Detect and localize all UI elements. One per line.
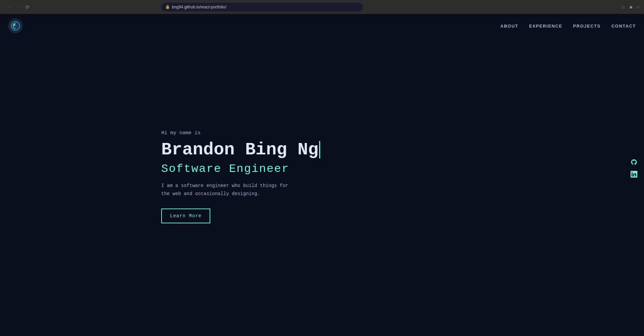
svg-point-1 <box>13 24 15 26</box>
hero-title: Software Engineer <box>161 162 320 175</box>
browser-chrome: ← → ⟳ 🔒 bng94.github.io/react-portfolio/… <box>0 0 644 14</box>
hero-greeting: Hi my name is <box>161 130 320 136</box>
extensions-icon[interactable]: ■ <box>629 4 633 10</box>
forward-button[interactable]: → <box>15 3 23 11</box>
hero-section: Hi my name is Brandon Bing Ng Software E… <box>0 14 644 336</box>
hero-content: Hi my name is Brandon Bing Ng Software E… <box>0 130 320 244</box>
nav-links: ABOUT EXPERIENCE PROJECTS CONTACT <box>500 24 636 29</box>
hero-name: Brandon Bing Ng <box>161 140 320 160</box>
browser-nav-arrows: ← → ⟳ <box>5 3 31 11</box>
github-icon <box>631 159 637 165</box>
lock-icon: 🔒 <box>165 5 170 9</box>
portfolio-page: ABOUT EXPERIENCE PROJECTS CONTACT Hi my … <box>0 14 644 336</box>
linkedin-icon <box>631 171 637 178</box>
social-sidebar <box>631 159 637 178</box>
bookmark-icon[interactable]: ☆ <box>620 4 626 10</box>
url-text: bng94.github.io/react-portfolio/ <box>172 5 226 9</box>
reload-button[interactable]: ⟳ <box>24 4 31 10</box>
profile-icon[interactable]: ○ <box>636 4 640 10</box>
github-link[interactable] <box>631 159 637 165</box>
nav-about[interactable]: ABOUT <box>500 24 518 29</box>
logo[interactable] <box>8 18 23 33</box>
hero-description: I am a software engineer who build thing… <box>161 182 296 198</box>
nav-experience[interactable]: EXPERIENCE <box>529 24 562 29</box>
nav-projects[interactable]: PROJECTS <box>573 24 601 29</box>
nav-contact[interactable]: CONTACT <box>611 24 636 29</box>
svg-point-0 <box>11 22 20 30</box>
address-bar[interactable]: 🔒 bng94.github.io/react-portfolio/ <box>161 3 363 11</box>
navbar: ABOUT EXPERIENCE PROJECTS CONTACT <box>0 14 644 38</box>
back-button[interactable]: ← <box>5 3 13 11</box>
logo-icon <box>11 21 20 31</box>
learn-more-button[interactable]: Learn More <box>161 209 210 223</box>
cursor <box>319 141 320 158</box>
linkedin-link[interactable] <box>631 171 637 178</box>
browser-actions: ☆ ■ ○ <box>620 4 640 10</box>
